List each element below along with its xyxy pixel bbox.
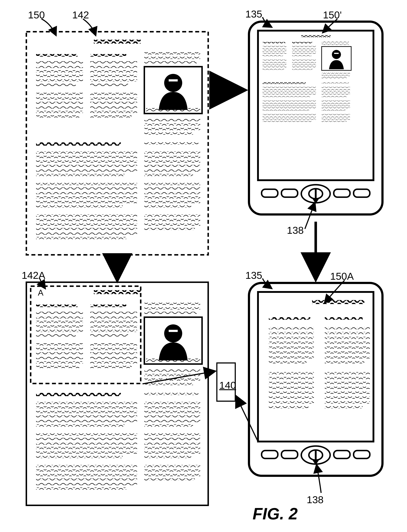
label-150prime: 150' [323, 9, 342, 21]
label-150: 150 [28, 9, 45, 21]
label-142: 142 [72, 9, 89, 21]
label-150A: 150A [330, 270, 354, 282]
label-135-top: 135 [245, 8, 262, 20]
figure-label: FIG. 2 [253, 505, 298, 523]
label-leaders [0, 0, 407, 532]
label-138-top: 138 [287, 224, 304, 236]
label-138-bottom: 138 [307, 494, 323, 506]
label-140: 140 [219, 379, 236, 391]
label-142A: 142A [22, 269, 45, 281]
label-135-bottom: 135 [245, 269, 262, 281]
